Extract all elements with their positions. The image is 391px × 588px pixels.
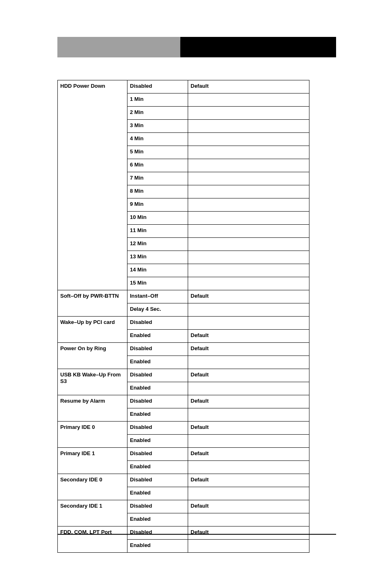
option-cell: Disabled <box>127 422 188 435</box>
table-row: HDD Power DownDisabledDefault <box>58 80 309 93</box>
footer-rule <box>57 534 336 535</box>
table-row: Resume by AlarmDisabledDefault <box>58 395 309 408</box>
setting-name-cell: USB KB Wake–Up From S3 <box>58 369 127 395</box>
option-cell: 4 Min <box>127 133 188 146</box>
option-cell: Disabled <box>127 474 188 487</box>
option-cell: Enabled <box>127 330 188 343</box>
table-row: Power On by RingDisabledDefault <box>58 343 309 356</box>
note-cell <box>188 487 309 500</box>
note-cell: Default <box>188 422 309 435</box>
note-cell: Default <box>188 290 309 303</box>
option-cell: 11 Min <box>127 225 188 238</box>
option-cell: Disabled <box>127 343 188 356</box>
note-cell <box>188 93 309 107</box>
option-cell: 15 Min <box>127 277 188 290</box>
option-cell: 10 Min <box>127 212 188 225</box>
note-cell: Default <box>188 526 309 540</box>
setting-name-cell: Power On by Ring <box>58 343 127 369</box>
note-cell <box>188 277 309 290</box>
note-cell <box>188 540 309 553</box>
note-cell <box>188 461 309 474</box>
option-cell: Disabled <box>127 526 188 540</box>
note-cell: Default <box>188 395 309 408</box>
option-cell: 7 Min <box>127 172 188 185</box>
header-right-block <box>180 37 336 57</box>
note-cell <box>188 185 309 198</box>
note-cell <box>188 303 309 317</box>
setting-name-cell: Wake–Up by PCI card <box>58 317 127 343</box>
option-cell: Disabled <box>127 448 188 461</box>
option-cell: Enabled <box>127 513 188 526</box>
setting-name-cell: HDD Power Down <box>58 80 127 290</box>
option-cell: Delay 4 Sec. <box>127 303 188 317</box>
setting-name-cell: Secondary IDE 1 <box>58 500 127 526</box>
option-cell: Disabled <box>127 395 188 408</box>
note-cell <box>188 146 309 159</box>
header-band <box>57 37 336 57</box>
option-cell: 9 Min <box>127 198 188 212</box>
note-cell <box>188 264 309 277</box>
note-cell <box>188 107 309 120</box>
note-cell: Default <box>188 369 309 382</box>
option-cell: 12 Min <box>127 238 188 251</box>
note-cell: Default <box>188 448 309 461</box>
note-cell <box>188 251 309 264</box>
option-cell: 13 Min <box>127 251 188 264</box>
option-cell: Enabled <box>127 461 188 474</box>
table-row: Wake–Up by PCI cardDisabled <box>58 317 309 330</box>
note-cell <box>188 159 309 172</box>
note-cell <box>188 238 309 251</box>
option-cell: Disabled <box>127 317 188 330</box>
setting-name-cell: Secondary IDE 0 <box>58 474 127 500</box>
setting-name-cell: Primary IDE 1 <box>58 448 127 474</box>
option-cell: Enabled <box>127 356 188 369</box>
note-cell <box>188 133 309 146</box>
option-cell: 2 Min <box>127 107 188 120</box>
option-cell: 6 Min <box>127 159 188 172</box>
table-row: Secondary IDE 0DisabledDefault <box>58 474 309 487</box>
option-cell: 1 Min <box>127 93 188 107</box>
option-cell: Enabled <box>127 487 188 500</box>
note-cell <box>188 120 309 133</box>
note-cell: Default <box>188 330 309 343</box>
note-cell: Default <box>188 80 309 93</box>
option-cell: Enabled <box>127 408 188 422</box>
note-cell <box>188 513 309 526</box>
table-row: Primary IDE 0DisabledDefault <box>58 422 309 435</box>
option-cell: Instant–Off <box>127 290 188 303</box>
note-cell <box>188 435 309 448</box>
options-table: HDD Power DownDisabledDefault1 Min2 Min3… <box>57 80 309 553</box>
note-cell <box>188 225 309 238</box>
header-left-block <box>57 37 180 57</box>
option-cell: Disabled <box>127 80 188 93</box>
table-row: Primary IDE 1DisabledDefault <box>58 448 309 461</box>
note-cell <box>188 198 309 212</box>
note-cell <box>188 172 309 185</box>
table-row: FDD, COM, LPT PortDisabledDefault <box>58 526 309 540</box>
content-area: HDD Power DownDisabledDefault1 Min2 Min3… <box>57 80 309 553</box>
note-cell <box>188 356 309 369</box>
option-cell: 14 Min <box>127 264 188 277</box>
note-cell: Default <box>188 500 309 513</box>
setting-name-cell: Resume by Alarm <box>58 395 127 422</box>
option-cell: 3 Min <box>127 120 188 133</box>
table-row: Secondary IDE 1DisabledDefault <box>58 500 309 513</box>
note-cell <box>188 382 309 395</box>
setting-name-cell: Primary IDE 0 <box>58 422 127 448</box>
option-cell: Disabled <box>127 369 188 382</box>
option-cell: 5 Min <box>127 146 188 159</box>
page: HDD Power DownDisabledDefault1 Min2 Min3… <box>0 0 391 588</box>
table-row: USB KB Wake–Up From S3DisabledDefault <box>58 369 309 382</box>
option-cell: Enabled <box>127 382 188 395</box>
note-cell <box>188 408 309 422</box>
note-cell <box>188 212 309 225</box>
note-cell: Default <box>188 343 309 356</box>
note-cell: Default <box>188 474 309 487</box>
option-cell: Enabled <box>127 540 188 553</box>
option-cell: 8 Min <box>127 185 188 198</box>
option-cell: Disabled <box>127 500 188 513</box>
option-cell: Enabled <box>127 435 188 448</box>
setting-name-cell: FDD, COM, LPT Port <box>58 526 127 553</box>
setting-name-cell: Soft–Off by PWR-BTTN <box>58 290 127 317</box>
table-row: Soft–Off by PWR-BTTNInstant–OffDefault <box>58 290 309 303</box>
